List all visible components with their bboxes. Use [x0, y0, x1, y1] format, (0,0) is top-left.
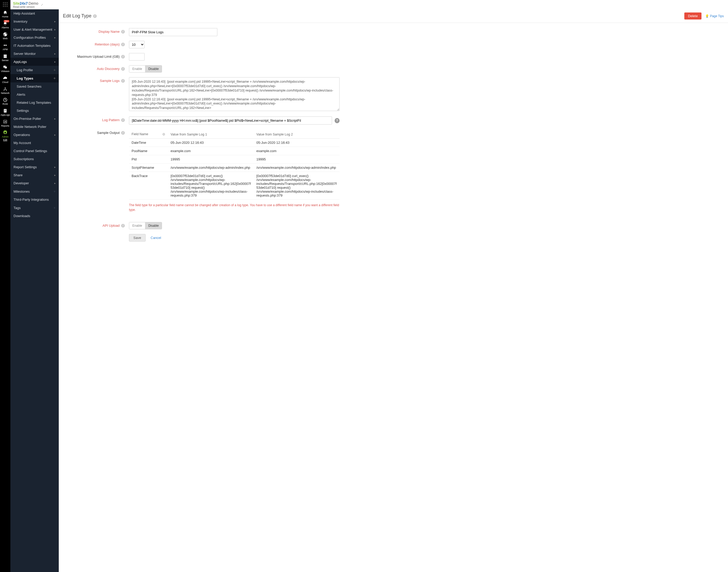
iconbar-label: Alarms [2, 26, 9, 29]
sidebar-item-operations[interactable]: Operations▸ [10, 131, 59, 139]
enable-button[interactable]: Enable [129, 66, 145, 72]
iconbar-alarms[interactable]: Alarms99+ [0, 19, 10, 30]
max-upload-input[interactable] [129, 53, 145, 61]
iconbar-applogs[interactable]: AppLogs [0, 107, 10, 118]
sample-logs-textarea[interactable] [129, 77, 340, 111]
chevron-right-icon: ▸ [54, 52, 56, 55]
chevron-right-icon: ▸ [54, 133, 56, 136]
sidebar-item-subscriptions[interactable]: Subscriptions [10, 155, 59, 163]
disable-button[interactable]: Disable [145, 222, 162, 229]
info-icon[interactable]: i [121, 224, 125, 227]
chevron-right-icon: ▸ [54, 166, 56, 168]
iconbar-rum[interactable]: RUM [0, 96, 10, 107]
enable-button[interactable]: Enable [129, 222, 145, 229]
sidebar-item-on-premise-poller[interactable]: On-Premise Poller▸ [10, 115, 59, 123]
retention-label: Retention (days)i [69, 41, 129, 46]
sidebar-item-log-types[interactable]: Log Types+ [10, 74, 59, 82]
sidebar-item-label: Server Monitor [13, 52, 35, 56]
sidebar-item-configuration-profiles[interactable]: Configuration Profiles▸ [10, 33, 59, 42]
iconbar-home[interactable]: Home [0, 9, 10, 19]
sidebar-item-server-monitor[interactable]: Server Monitor▸ [10, 50, 59, 58]
info-icon[interactable]: i [121, 43, 125, 46]
save-button[interactable]: Save [129, 234, 146, 241]
info-icon[interactable]: i [121, 55, 125, 59]
retention-select[interactable]: 10 [129, 41, 145, 48]
plus-icon[interactable]: + [54, 206, 56, 210]
sidebar-item-milestones[interactable]: Milestones+ [10, 187, 59, 196]
iconbar-label: VMware [1, 70, 9, 73]
sidebar-item-my-account[interactable]: My Account [10, 139, 59, 147]
sidebar-item-label: Log Profile [17, 68, 33, 72]
cell-v1: /srv/www/example.com/httpdocs/wp-admin/i… [168, 163, 254, 172]
edit-link[interactable]: Edit [3, 139, 7, 141]
form: Display Namei Retention (days)i 10 Maxim… [59, 23, 350, 257]
api-upload-label: API Uploadi [69, 222, 129, 227]
log-pattern-input[interactable] [129, 117, 332, 125]
sidebar-item-label: AppLogs [13, 60, 27, 64]
iconbar-vmware[interactable]: VMware [0, 63, 10, 74]
info-icon[interactable]: i [93, 14, 97, 18]
chevron-right-icon: ▸ [54, 174, 56, 176]
page-tips-link[interactable]: 💡Page Tips [705, 14, 724, 18]
cell-v2: 05-Jun-2020 12:16:43 [254, 139, 340, 147]
cell-field: ScriptFilename [129, 163, 168, 172]
sidebar-item-settings[interactable]: Settings [10, 106, 59, 115]
plus-icon[interactable]: + [54, 68, 56, 72]
filter-icon[interactable]: ⚙ [162, 132, 165, 136]
iconbar-apm[interactable]: APM [0, 41, 10, 52]
apps-grid-icon[interactable] [3, 2, 8, 7]
iconbar-label: RUM [3, 103, 8, 105]
sidebar-item-alerts[interactable]: Alerts [10, 90, 59, 98]
table-row: PoolNameexample.comexample.com [129, 147, 340, 155]
sidebar-item-user-alert-management[interactable]: User & Alert Management▸ [10, 25, 59, 33]
sample-logs-label: Sample Logsi [69, 77, 129, 83]
delete-button[interactable]: Delete [684, 12, 702, 19]
sidebar-item-label: Related Log Templates [17, 100, 51, 104]
sidebar-item-help-assistant[interactable]: Help Assistant [10, 9, 59, 17]
sidebar-item-label: My Account [13, 141, 31, 145]
help-icon[interactable]: ? [335, 118, 340, 123]
cell-v2: 19995 [254, 155, 340, 163]
sidebar-item-mobile-network-poller[interactable]: Mobile Network Poller [10, 123, 59, 131]
info-icon[interactable]: i [121, 118, 125, 122]
col-field-name: Field Name⚙ [129, 130, 168, 139]
expand-icon[interactable]: ⤢ [41, 3, 43, 6]
sidebar-item-label: Subscriptions [13, 157, 34, 161]
sidebar-item-developer[interactable]: Developer▸ [10, 179, 59, 187]
table-row: BackTrace[0x00007f53de01d7d0] curl_exec(… [129, 172, 340, 200]
sidebar-item-log-profile[interactable]: Log Profile+ [10, 66, 59, 74]
sidebar-item-applogs[interactable]: AppLogs▸ [10, 58, 59, 66]
sidebar-item-it-automation-templates[interactable]: IT Automation Templates [10, 42, 59, 50]
iconbar-admin[interactable]: AdminEdit [0, 129, 10, 143]
cell-v1: 19995 [168, 155, 254, 163]
cell-v1: 05-Jun-2020 12:16:43 [168, 139, 254, 147]
sidebar-item-label: Control Panel Settings [13, 149, 47, 153]
iconbar-web[interactable]: Web [0, 30, 10, 41]
iconbar-network[interactable]: Network [0, 85, 10, 96]
info-icon[interactable]: i [121, 67, 125, 71]
iconbar-cloud[interactable]: Cloud [0, 74, 10, 85]
sidebar-item-tags[interactable]: Tags+ [10, 204, 59, 212]
sidebar-item-share[interactable]: Share▸ [10, 171, 59, 179]
display-name-input[interactable] [129, 28, 217, 36]
info-icon[interactable]: i [121, 131, 125, 135]
sidebar-item-control-panel-settings[interactable]: Control Panel Settings [10, 147, 59, 155]
sidebar-item-third-party-integrations[interactable]: Third-Party Integrations [10, 196, 59, 204]
sidebar-item-saved-searches[interactable]: Saved Searches [10, 82, 59, 90]
iconbar-label: Web [3, 37, 8, 40]
info-icon[interactable]: i [121, 79, 125, 83]
cell-v2: /srv/www/example.com/httpdocs/wp-admin/i… [254, 163, 340, 172]
plus-icon[interactable]: + [54, 189, 56, 194]
sidebar-item-inventory[interactable]: Inventory▸ [10, 17, 59, 25]
sidebar-item-report-settings[interactable]: Report Settings▸ [10, 163, 59, 171]
iconbar-reports[interactable]: Reports [0, 118, 10, 129]
iconbar-server[interactable]: Server [0, 52, 10, 63]
plus-icon[interactable]: + [54, 76, 56, 80]
col-value-1: Value from Sample Log 1 [168, 130, 254, 139]
sidebar-item-downloads[interactable]: Downloads [10, 212, 59, 220]
sidebar-item-related-log-templates[interactable]: Related Log Templates [10, 98, 59, 106]
cancel-link[interactable]: Cancel [151, 236, 161, 240]
chevron-right-icon: ▸ [54, 36, 56, 39]
disable-button[interactable]: Disable [145, 66, 162, 72]
info-icon[interactable]: i [121, 30, 125, 33]
